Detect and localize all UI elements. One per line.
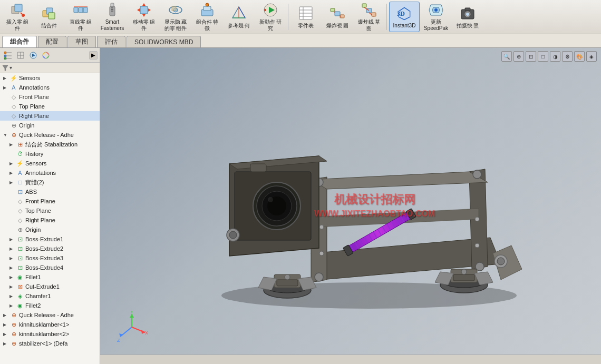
- explode-line-button[interactable]: 爆炸线 草图: [354, 2, 384, 32]
- tree-label: Sensors: [25, 160, 46, 166]
- tree-item-boss-extrude3[interactable]: ▶⊡Boss-Extrude3: [0, 253, 100, 263]
- panel-view-btn[interactable]: [15, 50, 26, 61]
- tree-toggle[interactable]: ▶: [9, 294, 16, 299]
- tree-item-boss-extrude1[interactable]: ▶⊡Boss-Extrude1: [0, 234, 100, 244]
- tree-toggle[interactable]: ▶: [9, 303, 16, 308]
- tree-item-origin[interactable]: ⊕Origin: [0, 121, 100, 130]
- show-hidden-button[interactable]: 显示隐 藏的零 组件: [160, 2, 191, 32]
- tree-item-quck-release[interactable]: ▼⊕Quck Release - Adhe: [0, 130, 100, 140]
- tree-item-fillet2[interactable]: ▶◉Fillet2: [0, 301, 100, 310]
- reference-geometry-icon: [230, 5, 247, 22]
- show-hidden-icon: [167, 2, 184, 18]
- tab-solidworks-mbd[interactable]: SOLIDWORKS MBD: [127, 36, 201, 47]
- 3d-model-svg: [185, 95, 554, 317]
- tree-toggle[interactable]: ▶: [9, 275, 16, 280]
- tab-assembly[interactable]: 组合件: [2, 36, 37, 47]
- tree-toggle[interactable]: ▶: [9, 237, 16, 242]
- reference-geometry-button[interactable]: 参考幾 何: [224, 2, 254, 32]
- tree-item-boss-extrude2[interactable]: ▶⊡Boss-Extrude2: [0, 244, 100, 253]
- hud-settings-btn[interactable]: ⚙: [562, 51, 573, 62]
- tree-toggle[interactable]: ▼: [3, 133, 9, 137]
- hud-fit-btn[interactable]: ⊡: [526, 51, 536, 62]
- tree-toggle[interactable]: ▶: [3, 76, 9, 81]
- tree-item-origin-sub[interactable]: ⊕Origin: [0, 225, 100, 234]
- tree-toggle[interactable]: ▶: [3, 332, 9, 337]
- tree-toggle[interactable]: ▶: [3, 322, 9, 327]
- instant3d-button[interactable]: 3D Instant3D: [389, 2, 420, 32]
- tree-toggle[interactable]: ▶: [9, 142, 16, 147]
- tree-item-right-plane[interactable]: ◇Right Plane: [0, 111, 100, 121]
- tree-toggle[interactable]: ▶: [9, 180, 16, 185]
- combine-button[interactable]: 结合件: [34, 2, 64, 32]
- tree-toggle[interactable]: ▶: [9, 256, 16, 261]
- svg-marker-133: [130, 314, 134, 318]
- svg-rect-45: [362, 4, 366, 7]
- tree-item-front-plane[interactable]: ◇Front Plane: [0, 92, 100, 102]
- motion-study-button[interactable]: 新動作 研究: [255, 2, 286, 32]
- feature-tree[interactable]: ▶⚡Sensors▶AAnnotations ◇Front Plane ◇Top…: [0, 73, 100, 364]
- capture-icon: [459, 5, 476, 22]
- tree-item-cut-extrude1[interactable]: ▶⊠Cut-Extrude1: [0, 282, 100, 291]
- tree-toggle[interactable]: ▶: [9, 284, 16, 289]
- panel-expand-btn[interactable]: ▶: [89, 51, 98, 60]
- tree-item-chamfer1[interactable]: ▶◈Chamfer1: [0, 291, 100, 301]
- panel-tree-btn[interactable]: [2, 50, 14, 61]
- tree-item-sensors-sub[interactable]: ▶⚡Sensors: [0, 159, 100, 168]
- hud-view-btn[interactable]: □: [538, 51, 548, 62]
- tree-item-top-plane[interactable]: ◇Top Plane: [0, 102, 100, 111]
- tree-icon: ◈: [16, 292, 24, 300]
- linear-pattern-icon: [72, 2, 89, 18]
- svg-point-88: [268, 197, 273, 202]
- viewport-3d[interactable]: 🔍 ⊕ ⊡ □ ◑ ⚙ 🎨 ◈: [100, 48, 601, 364]
- tree-icon: ◇: [9, 112, 18, 120]
- exploded-view-button[interactable]: 爆炸視 圖: [322, 2, 353, 32]
- insert-component-button[interactable]: 插入零 组件: [2, 2, 33, 32]
- tree-item-stabilization[interactable]: ▶⊞结合於 Stabalization: [0, 140, 100, 149]
- svg-point-3: [22, 14, 25, 17]
- bom-button[interactable]: 零件表: [290, 2, 321, 32]
- tree-item-history[interactable]: ⏱History: [0, 149, 100, 159]
- panel-color-btn[interactable]: [40, 50, 52, 61]
- tree-item-abs[interactable]: ⊡ABS: [0, 187, 100, 196]
- hud-search-btn[interactable]: 🔍: [501, 51, 512, 62]
- panel-motion-btn[interactable]: [27, 50, 39, 61]
- tree-toggle[interactable]: ▶: [9, 265, 16, 270]
- insert-component-icon: [9, 2, 26, 18]
- tree-item-right-plane-sub[interactable]: ◇Right Plane: [0, 215, 100, 225]
- hud-zoom-btn[interactable]: ⊕: [513, 51, 524, 62]
- move-component-button[interactable]: 移动零 组件: [129, 2, 159, 32]
- exploded-view-label: 爆炸視 圖: [326, 23, 349, 29]
- tree-toggle[interactable]: ▶: [9, 161, 16, 166]
- tree-item-fillet1[interactable]: ▶◉Fillet1: [0, 272, 100, 282]
- tree-toggle[interactable]: ▶: [9, 171, 16, 175]
- combine-label: 结合件: [41, 23, 57, 29]
- speedpak-icon: [428, 2, 444, 18]
- tree-toggle[interactable]: ▶: [3, 85, 9, 90]
- svg-rect-8: [79, 7, 83, 13]
- tree-item-stabilizer1[interactable]: ▶⊕stabilizer<1> (Defa: [0, 339, 100, 348]
- tree-toggle[interactable]: ▶: [3, 341, 9, 346]
- smart-fasteners-button[interactable]: Smart Fasteners: [97, 2, 128, 32]
- tab-evaluate[interactable]: 評估: [97, 36, 125, 47]
- tree-item-quck-release2[interactable]: ▶⊕Quck Release - Adhe: [0, 310, 100, 320]
- tree-toggle[interactable]: ▶: [3, 313, 9, 318]
- tab-configuration[interactable]: 配置: [38, 36, 66, 47]
- tree-item-sensors-root[interactable]: ▶⚡Sensors: [0, 73, 100, 83]
- tree-item-boss-extrude4[interactable]: ▶⊡Boss-Extrude4: [0, 263, 100, 272]
- tree-item-annotations-sub[interactable]: ▶AAnnotations: [0, 168, 100, 178]
- tree-item-kinnitusk2[interactable]: ▶⊕kinnitusklamber<2>: [0, 329, 100, 339]
- hud-section-btn[interactable]: ◑: [550, 51, 560, 62]
- hud-appearance-btn[interactable]: ◈: [586, 51, 597, 62]
- linear-pattern-button[interactable]: 直线零 组件: [65, 2, 96, 32]
- tree-item-top-plane-sub[interactable]: ◇Top Plane: [0, 206, 100, 215]
- hud-display-btn[interactable]: 🎨: [574, 51, 585, 62]
- speedpak-button[interactable]: 更新 SpeedPak: [421, 2, 451, 32]
- tree-item-front-plane-sub[interactable]: ◇Front Plane: [0, 196, 100, 206]
- tree-item-body2[interactable]: ▶□實體(2): [0, 178, 100, 187]
- tab-drawing[interactable]: 草图: [67, 36, 96, 47]
- tree-toggle[interactable]: ▶: [9, 247, 16, 251]
- tree-item-kinnitusk1[interactable]: ▶⊕kinnitusklamber<1>: [0, 320, 100, 329]
- tree-item-annotations-root[interactable]: ▶AAnnotations: [0, 83, 100, 92]
- assembly-features-button[interactable]: 组合件 特徴: [192, 2, 222, 32]
- capture-button[interactable]: 拍摄快 照: [452, 2, 483, 32]
